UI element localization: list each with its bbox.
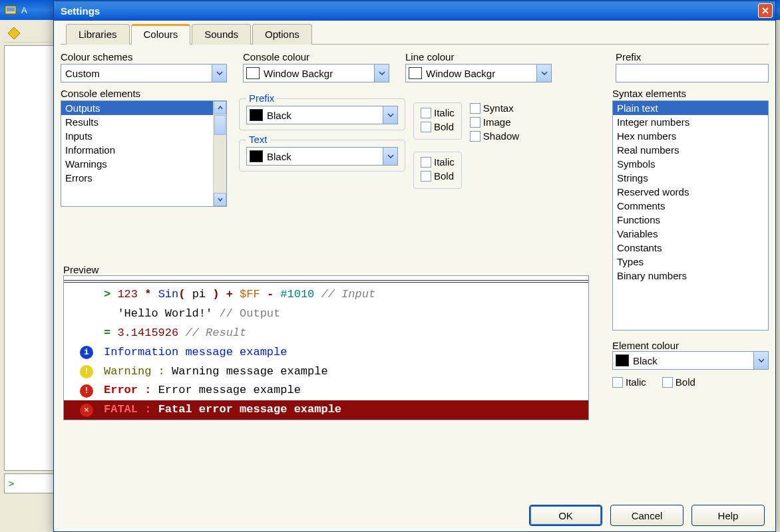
settings-dialog: Settings Libraries Colours Sounds Option…	[53, 0, 776, 532]
colour-schemes-dropdown[interactable]: Custom	[61, 64, 227, 82]
console-colour-label: Console colour	[243, 51, 389, 63]
help-button[interactable]: Help	[691, 505, 765, 526]
colour-swatch-icon	[246, 67, 260, 79]
info-icon: i	[80, 346, 93, 359]
syntax-check: Syntax	[470, 102, 519, 114]
colour-swatch-icon	[409, 67, 422, 79]
console-elements-label: Console elements	[61, 88, 227, 99]
console-elements-listbox[interactable]: Outputs Results Inputs Information Warni…	[61, 100, 227, 207]
scroll-thumb[interactable]	[214, 115, 226, 135]
shadow-check: Shadow	[470, 130, 519, 142]
fatal-icon: ✕	[80, 404, 93, 417]
prompt-char: >	[9, 478, 14, 489]
list-item[interactable]: Variables	[613, 227, 768, 241]
colour-swatch-icon	[616, 354, 629, 366]
chevron-down-icon[interactable]	[536, 65, 551, 82]
dialog-titlebar: Settings	[54, 1, 775, 21]
chevron-down-icon[interactable]	[383, 148, 397, 165]
list-item[interactable]: Types	[613, 255, 768, 269]
parent-title: A	[21, 5, 27, 15]
list-item[interactable]: Integer numbers	[613, 115, 768, 129]
preview-box: > 123 * Sin ( pi ) + $FF - #1010 // Inpu…	[63, 275, 589, 420]
preview-info-line: i Information message example	[64, 343, 588, 362]
element-bold-check: Bold	[662, 376, 695, 388]
chevron-down-icon[interactable]	[383, 106, 397, 124]
syntax-elements-label: Syntax elements	[612, 88, 769, 99]
dialog-title: Settings	[61, 5, 100, 17]
preview-error-line: ! Error : Error message example	[64, 381, 588, 400]
prefix-italic-check: Italic	[421, 107, 455, 118]
text-colour-dropdown[interactable]: Black	[246, 147, 398, 166]
chevron-down-icon[interactable]	[753, 352, 768, 369]
prefix-colour-dropdown[interactable]: Black	[246, 106, 398, 124]
list-item[interactable]: Constants	[613, 241, 768, 255]
list-item[interactable]: Inputs	[61, 129, 213, 143]
element-colour-dropdown[interactable]: Black	[612, 351, 769, 370]
preview-input-line: > 123 * Sin ( pi ) + $FF - #1010 // Inpu…	[64, 285, 588, 305]
prefix-group: Prefix Black	[239, 98, 405, 130]
preview-output-line: 'Hello World!' // Output	[64, 305, 588, 324]
tab-sounds[interactable]: Sounds	[192, 24, 251, 45]
list-item[interactable]: Hex numbers	[613, 129, 768, 143]
list-item[interactable]: Strings	[613, 171, 768, 185]
prefix-input[interactable]	[616, 64, 769, 82]
list-item[interactable]: Real numbers	[613, 143, 768, 157]
ok-button[interactable]: OK	[529, 505, 602, 526]
cancel-button[interactable]: Cancel	[610, 505, 683, 526]
prefix-bold-check: Bold	[421, 121, 455, 132]
preview-label: Preview	[63, 264, 98, 275]
app-icon	[4, 3, 17, 17]
line-colour-label: Line colour	[405, 51, 552, 63]
list-item[interactable]: Functions	[613, 213, 768, 227]
group-legend: Text	[246, 134, 270, 145]
preview-warn-line: ! Warning : Warning message example	[64, 362, 588, 382]
tab-libraries[interactable]: Libraries	[66, 24, 130, 45]
warning-icon: !	[80, 365, 93, 378]
chevron-down-icon[interactable]	[374, 65, 389, 82]
syntax-elements-listbox[interactable]: Plain text Integer numbers Hex numbers R…	[612, 100, 769, 331]
list-item[interactable]: Binary numbers	[613, 269, 768, 283]
list-item[interactable]: Comments	[613, 199, 768, 213]
colour-swatch-icon	[250, 150, 263, 162]
tab-colours[interactable]: Colours	[131, 24, 191, 45]
element-colour-label: Element colour	[612, 340, 679, 351]
toolbar-icon[interactable]	[7, 26, 21, 41]
scrollbar[interactable]	[213, 101, 226, 206]
element-italic-check: Italic	[612, 376, 646, 388]
close-button[interactable]	[758, 3, 773, 18]
list-item[interactable]: Plain text	[613, 101, 768, 115]
list-item[interactable]: Results	[61, 115, 213, 129]
preview-result-line: = 3.1415926 // Result	[64, 324, 588, 343]
scroll-up-icon[interactable]	[214, 101, 226, 114]
console-colour-dropdown[interactable]: Window Backgr	[243, 64, 389, 82]
text-bold-check: Bold	[421, 170, 455, 182]
error-icon: !	[80, 384, 93, 398]
image-check: Image	[470, 116, 519, 128]
colour-swatch-icon	[250, 109, 263, 121]
preview-fatal-line: ✕ FATAL : Fatal error message example	[64, 400, 588, 420]
tab-strip: Libraries Colours Sounds Options	[61, 23, 769, 45]
svg-rect-1	[7, 7, 15, 11]
list-item[interactable]: Information	[61, 143, 213, 157]
text-group: Text Black	[239, 140, 405, 172]
list-item[interactable]: Outputs	[61, 101, 213, 115]
colour-schemes-label: Colour schemes	[61, 51, 227, 63]
svg-marker-2	[8, 27, 20, 39]
list-item[interactable]: Warnings	[61, 157, 213, 171]
group-legend: Prefix	[246, 92, 277, 104]
list-item[interactable]: Symbols	[613, 157, 768, 171]
list-item[interactable]: Errors	[61, 171, 213, 185]
prefix-label: Prefix	[616, 51, 769, 63]
list-item[interactable]: Reserved words	[613, 185, 768, 199]
line-colour-dropdown[interactable]: Window Backgr	[405, 64, 552, 82]
chevron-down-icon[interactable]	[212, 65, 226, 82]
text-italic-check: Italic	[421, 156, 455, 168]
tab-options[interactable]: Options	[252, 24, 312, 45]
scroll-down-icon[interactable]	[214, 193, 226, 206]
